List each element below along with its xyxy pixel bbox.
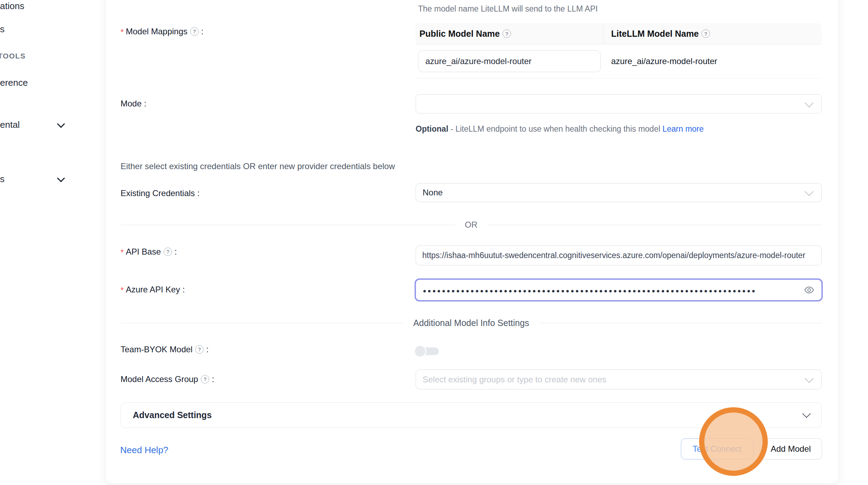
chevron-down-icon xyxy=(805,374,813,383)
chevron-down-icon xyxy=(805,187,813,196)
required-asterisk: * xyxy=(121,284,124,296)
help-circle-icon[interactable]: ? xyxy=(195,345,204,354)
team-byok-label: Team-BYOK Model ? : xyxy=(121,344,209,355)
need-help-link[interactable]: Need Help? xyxy=(120,445,168,456)
column-header-public-model-name: Public Model Name ? xyxy=(416,23,603,44)
sidebar-item-label: ental xyxy=(0,119,20,130)
help-circle-icon[interactable]: ? xyxy=(164,248,172,256)
test-connect-button[interactable]: Test Connect xyxy=(681,438,753,459)
advanced-settings-title: Advanced Settings xyxy=(133,410,804,420)
masked-password-value: ••••••••••••••••••••••••••••••••••••••••… xyxy=(423,284,800,296)
sidebar-item-experimental[interactable]: ental xyxy=(0,119,64,130)
api-base-label: * API Base ? : xyxy=(121,246,177,258)
add-model-button[interactable]: Add Model xyxy=(759,438,822,459)
model-mappings-label: * Model Mappings ? : xyxy=(121,26,204,37)
model-name-hint: The model name LiteLLM will send to the … xyxy=(418,4,598,14)
chevron-down-icon xyxy=(57,174,65,182)
column-header-litellm-model-name: LiteLLM Model Name ? xyxy=(603,23,822,44)
azure-api-key-label: * Azure API Key : xyxy=(121,284,185,296)
help-circle-icon[interactable]: ? xyxy=(190,27,199,36)
select-placeholder: Select existing groups or type to create… xyxy=(423,375,606,384)
litellm-model-name-value: azure_ai/azure-model-router xyxy=(603,56,822,66)
sidebar-item-label: s xyxy=(0,24,5,35)
model-access-group-label: Model Access Group ? : xyxy=(121,374,214,384)
sidebar-item-reference[interactable]: erence xyxy=(0,77,64,88)
additional-settings-divider: Additional Model Info Settings xyxy=(121,317,822,328)
mode-help-text: Optional - LiteLLM endpoint to use when … xyxy=(416,122,706,136)
chevron-down-icon xyxy=(57,120,65,128)
sidebar-item-settings[interactable]: s xyxy=(0,174,64,185)
sidebar-item-label: erence xyxy=(0,77,28,88)
table-row: azure_ai/azure-model-router xyxy=(416,44,822,78)
sidebar-item-organizations[interactable]: ations xyxy=(0,1,64,12)
model-access-group-select[interactable]: Select existing groups or type to create… xyxy=(416,369,822,389)
help-circle-icon[interactable]: ? xyxy=(201,375,209,383)
model-mappings-table: Public Model Name ? LiteLLM Model Name ?… xyxy=(416,23,822,78)
sidebar-item-label: ations xyxy=(0,1,24,12)
sidebar-item-1[interactable]: s xyxy=(0,24,64,35)
sidebar-section-tools: TOOLS xyxy=(0,52,26,60)
advanced-settings-panel[interactable]: Advanced Settings xyxy=(121,402,822,428)
table-header-row: Public Model Name ? LiteLLM Model Name ? xyxy=(416,23,822,44)
required-asterisk: * xyxy=(121,26,124,37)
chevron-down-icon xyxy=(802,409,811,418)
help-circle-icon[interactable]: ? xyxy=(702,29,710,38)
eye-icon[interactable] xyxy=(804,285,814,295)
mode-label: Mode : xyxy=(121,98,146,109)
team-byok-toggle[interactable] xyxy=(415,346,439,356)
learn-more-link[interactable]: Learn more xyxy=(662,124,704,133)
sidebar-item-label: s xyxy=(0,174,5,185)
api-base-input[interactable]: https://ishaa-mh6uutut-swedencentral.cog… xyxy=(416,245,822,265)
chevron-down-icon xyxy=(805,98,813,107)
mode-select[interactable] xyxy=(416,94,822,113)
toggle-knob xyxy=(415,346,425,356)
public-model-name-input[interactable] xyxy=(418,50,601,72)
or-divider: OR xyxy=(121,220,822,230)
help-circle-icon[interactable]: ? xyxy=(503,29,511,38)
credentials-note: Either select existing credentials OR en… xyxy=(121,161,395,171)
azure-api-key-input[interactable]: ••••••••••••••••••••••••••••••••••••••••… xyxy=(415,278,823,302)
existing-credentials-select[interactable]: None xyxy=(416,183,822,202)
required-asterisk: * xyxy=(121,246,124,258)
existing-credentials-label: Existing Credentials : xyxy=(121,188,200,199)
